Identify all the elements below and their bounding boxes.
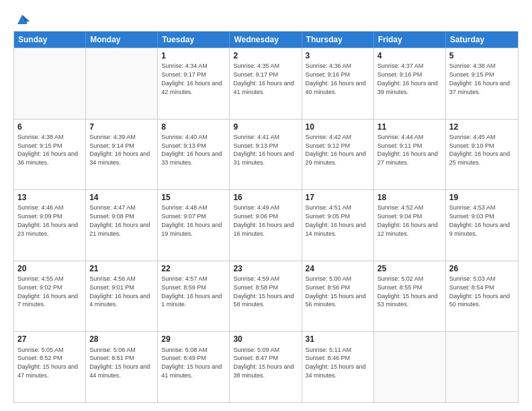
day-number: 14	[89, 192, 154, 203]
calendar-cell: 17Sunrise: 4:51 AM Sunset: 9:05 PM Dayli…	[302, 190, 374, 261]
logo	[13, 12, 30, 24]
calendar-cell: 29Sunrise: 5:08 AM Sunset: 8:49 PM Dayli…	[158, 332, 230, 402]
calendar-cell	[374, 332, 446, 402]
calendar-cell: 6Sunrise: 4:38 AM Sunset: 9:15 PM Daylig…	[14, 120, 86, 190]
day-number: 16	[233, 192, 298, 203]
day-info: Sunrise: 4:46 AM Sunset: 9:09 PM Dayligh…	[17, 204, 78, 236]
day-info: Sunrise: 4:59 AM Sunset: 8:58 PM Dayligh…	[233, 275, 294, 308]
calendar-cell: 21Sunrise: 4:56 AM Sunset: 9:01 PM Dayli…	[86, 261, 158, 332]
day-info: Sunrise: 4:49 AM Sunset: 9:06 PM Dayligh…	[233, 204, 294, 236]
day-number: 11	[378, 122, 442, 132]
calendar-week-4: 20Sunrise: 4:55 AM Sunset: 9:02 PM Dayli…	[14, 261, 518, 332]
day-info: Sunrise: 4:38 AM Sunset: 9:15 PM Dayligh…	[449, 62, 510, 95]
day-header-wednesday: Wednesday	[230, 32, 302, 48]
calendar-week-5: 27Sunrise: 5:05 AM Sunset: 8:52 PM Dayli…	[14, 331, 518, 402]
day-number: 29	[161, 334, 226, 345]
day-header-saturday: Saturday	[446, 32, 518, 48]
day-header-friday: Friday	[374, 32, 446, 48]
calendar-cell: 8Sunrise: 4:40 AM Sunset: 9:13 PM Daylig…	[158, 120, 230, 190]
calendar-cell: 13Sunrise: 4:46 AM Sunset: 9:09 PM Dayli…	[14, 190, 86, 261]
day-number: 8	[161, 122, 226, 132]
day-number: 25	[378, 263, 442, 274]
day-number: 1	[161, 50, 226, 61]
calendar-cell	[86, 48, 158, 119]
day-number: 23	[233, 263, 298, 274]
day-info: Sunrise: 4:44 AM Sunset: 9:11 PM Dayligh…	[378, 134, 438, 166]
day-header-monday: Monday	[86, 32, 158, 48]
day-info: Sunrise: 4:52 AM Sunset: 9:04 PM Dayligh…	[378, 204, 438, 236]
calendar-cell: 25Sunrise: 5:02 AM Sunset: 8:55 PM Dayli…	[374, 261, 446, 332]
day-number: 18	[378, 192, 442, 203]
day-number: 13	[17, 192, 82, 203]
logo-icon	[15, 12, 30, 27]
calendar-cell: 26Sunrise: 5:03 AM Sunset: 8:54 PM Dayli…	[446, 261, 518, 332]
calendar-cell: 4Sunrise: 4:37 AM Sunset: 9:16 PM Daylig…	[374, 48, 446, 119]
day-info: Sunrise: 5:09 AM Sunset: 8:47 PM Dayligh…	[233, 347, 294, 379]
day-info: Sunrise: 4:53 AM Sunset: 9:03 PM Dayligh…	[449, 204, 510, 236]
calendar-cell: 2Sunrise: 4:35 AM Sunset: 9:17 PM Daylig…	[230, 48, 302, 119]
day-info: Sunrise: 4:36 AM Sunset: 9:16 PM Dayligh…	[306, 62, 366, 95]
day-number: 28	[89, 334, 154, 345]
day-number: 10	[306, 122, 370, 132]
calendar-cell: 7Sunrise: 4:39 AM Sunset: 9:14 PM Daylig…	[86, 120, 158, 190]
calendar-week-1: 1Sunrise: 4:34 AM Sunset: 9:17 PM Daylig…	[14, 48, 518, 119]
day-info: Sunrise: 5:02 AM Sunset: 8:55 PM Dayligh…	[378, 275, 438, 308]
day-header-sunday: Sunday	[14, 32, 86, 48]
day-info: Sunrise: 5:03 AM Sunset: 8:54 PM Dayligh…	[449, 275, 510, 308]
day-info: Sunrise: 4:38 AM Sunset: 9:15 PM Dayligh…	[17, 134, 78, 166]
day-info: Sunrise: 4:41 AM Sunset: 9:13 PM Dayligh…	[233, 134, 294, 166]
calendar-cell: 5Sunrise: 4:38 AM Sunset: 9:15 PM Daylig…	[446, 48, 518, 119]
day-number: 31	[306, 334, 370, 345]
day-info: Sunrise: 4:56 AM Sunset: 9:01 PM Dayligh…	[89, 275, 150, 308]
day-number: 20	[17, 263, 82, 274]
calendar-cell: 14Sunrise: 4:47 AM Sunset: 9:08 PM Dayli…	[86, 190, 158, 261]
day-info: Sunrise: 5:05 AM Sunset: 8:52 PM Dayligh…	[17, 347, 78, 379]
day-info: Sunrise: 4:51 AM Sunset: 9:05 PM Dayligh…	[306, 204, 366, 236]
day-number: 4	[378, 50, 442, 61]
day-info: Sunrise: 4:55 AM Sunset: 9:02 PM Dayligh…	[17, 275, 78, 308]
day-info: Sunrise: 4:35 AM Sunset: 9:17 PM Dayligh…	[233, 62, 294, 95]
calendar-cell	[446, 332, 518, 402]
day-number: 19	[449, 192, 515, 203]
day-number: 30	[233, 334, 298, 345]
day-info: Sunrise: 4:47 AM Sunset: 9:08 PM Dayligh…	[89, 204, 150, 236]
day-info: Sunrise: 4:57 AM Sunset: 8:59 PM Dayligh…	[161, 275, 222, 308]
day-number: 7	[89, 122, 154, 132]
day-number: 15	[161, 192, 226, 203]
day-info: Sunrise: 4:48 AM Sunset: 9:07 PM Dayligh…	[161, 204, 222, 236]
day-info: Sunrise: 4:34 AM Sunset: 9:17 PM Dayligh…	[161, 62, 222, 95]
calendar-cell: 20Sunrise: 4:55 AM Sunset: 9:02 PM Dayli…	[14, 261, 86, 332]
day-number: 3	[306, 50, 370, 61]
day-info: Sunrise: 4:37 AM Sunset: 9:16 PM Dayligh…	[378, 62, 438, 95]
day-info: Sunrise: 5:06 AM Sunset: 8:51 PM Dayligh…	[89, 347, 150, 379]
calendar-header: SundayMondayTuesdayWednesdayThursdayFrid…	[14, 32, 518, 48]
calendar-cell: 10Sunrise: 4:42 AM Sunset: 9:12 PM Dayli…	[302, 120, 374, 190]
day-info: Sunrise: 4:45 AM Sunset: 9:10 PM Dayligh…	[449, 134, 510, 166]
calendar-cell: 28Sunrise: 5:06 AM Sunset: 8:51 PM Dayli…	[86, 332, 158, 402]
calendar-cell: 11Sunrise: 4:44 AM Sunset: 9:11 PM Dayli…	[374, 120, 446, 190]
day-info: Sunrise: 4:40 AM Sunset: 9:13 PM Dayligh…	[161, 134, 222, 166]
calendar-cell: 9Sunrise: 4:41 AM Sunset: 9:13 PM Daylig…	[230, 120, 302, 190]
page: SundayMondayTuesdayWednesdayThursdayFrid…	[0, 0, 532, 411]
calendar-week-3: 13Sunrise: 4:46 AM Sunset: 9:09 PM Dayli…	[14, 189, 518, 261]
day-number: 17	[306, 192, 370, 203]
calendar-week-2: 6Sunrise: 4:38 AM Sunset: 9:15 PM Daylig…	[14, 119, 518, 190]
day-number: 21	[89, 263, 154, 274]
day-number: 12	[449, 122, 515, 132]
day-number: 5	[449, 50, 515, 61]
calendar-cell	[14, 48, 86, 119]
day-number: 2	[233, 50, 298, 61]
calendar-cell: 27Sunrise: 5:05 AM Sunset: 8:52 PM Dayli…	[14, 332, 86, 402]
calendar-body: 1Sunrise: 4:34 AM Sunset: 9:17 PM Daylig…	[14, 48, 518, 402]
day-number: 9	[233, 122, 298, 132]
day-info: Sunrise: 5:11 AM Sunset: 8:46 PM Dayligh…	[306, 347, 366, 379]
calendar-cell: 23Sunrise: 4:59 AM Sunset: 8:58 PM Dayli…	[230, 261, 302, 332]
header	[13, 12, 519, 24]
calendar-cell: 18Sunrise: 4:52 AM Sunset: 9:04 PM Dayli…	[374, 190, 446, 261]
day-number: 6	[17, 122, 82, 132]
day-number: 22	[161, 263, 226, 274]
day-number: 24	[306, 263, 370, 274]
calendar: SundayMondayTuesdayWednesdayThursdayFrid…	[13, 31, 519, 403]
calendar-cell: 3Sunrise: 4:36 AM Sunset: 9:16 PM Daylig…	[302, 48, 374, 119]
day-info: Sunrise: 4:42 AM Sunset: 9:12 PM Dayligh…	[306, 134, 366, 166]
